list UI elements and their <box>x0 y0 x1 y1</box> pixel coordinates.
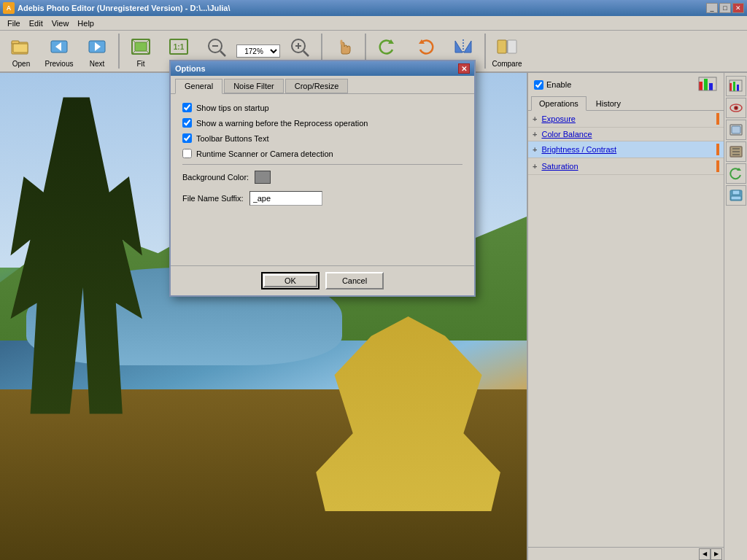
option-runtime-label: Runtime Scanner or Camera detection <box>196 149 333 158</box>
background-color-label: Background Color: <box>182 173 249 182</box>
option-toolbar-text: Toolbar Buttons Text <box>182 133 462 143</box>
option-tips: Show tips on startup <box>182 103 462 112</box>
dialog-tab-noise[interactable]: Noise Filter <box>224 79 284 93</box>
ok-button[interactable]: OK <box>261 272 320 289</box>
dialog-close-button[interactable]: ✕ <box>458 63 470 74</box>
dialog-tabs: General Noise Filter Crop/Resize <box>171 76 474 94</box>
dialog-titlebar: Options ✕ <box>171 61 474 76</box>
checkbox-warning[interactable] <box>182 118 192 128</box>
dialog-overlay: Options ✕ General Noise Filter Crop/Resi… <box>0 0 747 560</box>
option-tips-label: Show tips on startup <box>196 104 269 112</box>
background-color-field: Background Color: <box>182 171 462 184</box>
file-name-suffix-input[interactable] <box>249 191 322 206</box>
dialog-footer: OK Cancel <box>171 265 474 295</box>
option-toolbar-text-label: Toolbar Buttons Text <box>196 134 268 143</box>
dialog-divider <box>182 164 462 165</box>
option-warning: Show a warning before the Reprocess oper… <box>182 118 462 128</box>
dialog-tab-general[interactable]: General <box>175 79 222 94</box>
checkbox-tips[interactable] <box>182 103 192 112</box>
option-warning-label: Show a warning before the Reprocess oper… <box>196 119 368 128</box>
file-name-suffix-field: File Name Suffix: <box>182 191 462 206</box>
dialog-title: Options <box>175 64 206 73</box>
checkbox-runtime[interactable] <box>182 149 192 158</box>
file-name-suffix-label: File Name Suffix: <box>182 194 244 203</box>
dialog-body: Show tips on startup Show a warning befo… <box>171 94 474 222</box>
checkbox-toolbar-text[interactable] <box>182 133 192 143</box>
ok-button-inner: OK <box>263 274 317 287</box>
option-runtime: Runtime Scanner or Camera detection <box>182 149 462 158</box>
options-dialog: Options ✕ General Noise Filter Crop/Resi… <box>169 60 476 297</box>
dialog-tab-crop[interactable]: Crop/Resize <box>285 79 349 93</box>
dialog-spacer <box>171 222 474 265</box>
background-color-swatch[interactable] <box>255 171 271 184</box>
cancel-button[interactable]: Cancel <box>325 272 384 289</box>
